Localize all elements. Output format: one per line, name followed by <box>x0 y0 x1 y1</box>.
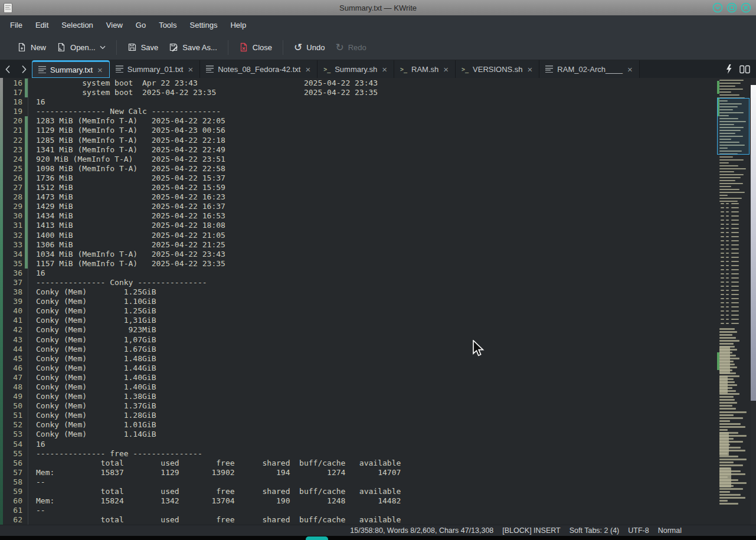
editor-line[interactable]: 55--------------- free --------------- <box>3 449 717 459</box>
editor-line[interactable]: 41Conky (Mem) 1,31GiB <box>3 316 717 325</box>
tab-summary-01-txt[interactable]: Summary_01.txt× <box>110 60 200 78</box>
highlight-mode-status[interactable]: Normal <box>658 526 682 535</box>
editor-line[interactable]: 43Conky (Mem) 1,07GiB <box>3 335 717 345</box>
editor-line[interactable]: 47Conky (Mem) 1.40GiB <box>3 373 717 382</box>
quick-open-icon[interactable] <box>725 64 732 74</box>
panel-task-indicator[interactable] <box>306 536 328 540</box>
tab-scroll-left-button[interactable] <box>0 60 16 78</box>
tab-ram-sh[interactable]: >_RAM.sh× <box>394 60 456 78</box>
editor-line[interactable]: 5416 <box>3 440 717 449</box>
editor-line[interactable]: 311413 MiB 2025-04-22 18:08 <box>3 221 717 230</box>
editor-line[interactable]: 351157 MiB (MemInfo T-A) 2025-04-22 23:3… <box>3 259 717 269</box>
editor-line[interactable]: 261736 MiB 2025-04-22 15:37 <box>3 174 717 183</box>
menu-settings[interactable]: Settings <box>184 18 224 32</box>
scrollbar-thumb[interactable] <box>751 85 756 401</box>
open-button[interactable]: Open... <box>51 39 111 55</box>
minimap-line-blob <box>726 277 729 279</box>
editor-line[interactable]: 60Mem: 15824 1342 13704 190 1248 14482 <box>3 496 717 506</box>
undo-button[interactable]: ↺ Undo <box>289 39 330 55</box>
save-as-button[interactable]: Save As... <box>163 39 222 55</box>
scrollbar-track[interactable] <box>751 78 756 525</box>
editor-line[interactable]: 301434 MiB 2025-04-22 16:53 <box>3 211 717 221</box>
editor-line[interactable]: 17 system boot 2025-04-22 23:35 2025-04-… <box>3 88 717 97</box>
editor-line[interactable]: 62 total used free shared buff/cache ava… <box>3 515 717 525</box>
tab-close-icon[interactable]: × <box>187 65 194 74</box>
editor-line[interactable]: 221285 MiB (MemInfo T-A) 2025-04-22 22:1… <box>3 136 717 145</box>
menu-view[interactable]: View <box>100 18 129 32</box>
tab-close-icon[interactable]: × <box>527 65 534 74</box>
tab-mode-status[interactable]: Soft Tabs: 2 (4) <box>570 526 620 535</box>
tab-close-icon[interactable]: × <box>627 65 633 74</box>
editor-line[interactable]: 39Conky (Mem) 1.10GiB <box>3 297 717 306</box>
tab-ram-02-arch[interactable]: RAM_02-Arch____× <box>539 60 639 78</box>
editor-line[interactable]: 58-- <box>3 477 717 487</box>
close-button[interactable] <box>741 2 751 13</box>
close-document-button[interactable]: Close <box>234 39 277 55</box>
minimap-scrollbar[interactable] <box>717 78 751 525</box>
tab-summary-sh[interactable]: >_Summary.sh× <box>318 60 394 78</box>
maximize-button[interactable] <box>726 2 737 13</box>
menu-edit[interactable]: Edit <box>29 18 55 32</box>
editor-line[interactable]: 44Conky (Mem) 1.67GiB <box>3 345 717 354</box>
menu-tools[interactable]: Tools <box>152 18 183 32</box>
new-button[interactable]: New <box>12 39 51 55</box>
tab-close-icon[interactable]: × <box>443 65 449 74</box>
editor-line[interactable]: 46Conky (Mem) 1.44GiB <box>3 364 717 373</box>
minimap-line-blob <box>719 414 734 416</box>
titlebar[interactable]: Summary.txt — KWrite <box>0 0 756 15</box>
editor-line[interactable]: 40Conky (Mem) 1.25GiB <box>3 306 717 316</box>
chevron-down-icon[interactable] <box>100 45 106 50</box>
editor-line[interactable]: 56 total used free shared buff/cache ava… <box>3 459 717 468</box>
editor-line[interactable]: 3616 <box>3 269 717 278</box>
input-mode-status[interactable]: [BLOCK] INSERT <box>502 526 560 535</box>
editor-line[interactable]: 42Conky (Mem) 923MiB <box>3 325 717 335</box>
editor-line[interactable]: 19--------------- New Calc -------------… <box>3 107 717 116</box>
editor-line[interactable]: 291429 MiB 2025-04-22 16:37 <box>3 202 717 211</box>
minimap-line-blob <box>721 273 724 274</box>
editor-line[interactable]: 49Conky (Mem) 1.38GiB <box>3 392 717 401</box>
save-button[interactable]: Save <box>122 39 164 55</box>
editor-line[interactable]: 251098 MiB (MemInfo T-A) 2025-04-22 22:5… <box>3 164 717 174</box>
editor-line[interactable]: 16 system boot Apr 22 23:43 2025-04-22 2… <box>3 78 717 88</box>
editor-line[interactable]: 24920 MiB (MemInfo T-A) 2025-04-22 23:51 <box>3 155 717 164</box>
editor-line[interactable]: 271512 MiB 2025-04-22 15:59 <box>3 183 717 192</box>
editor-line[interactable]: 341034 MiB (MemInfo T-A) 2025-04-22 23:4… <box>3 250 717 259</box>
tab-close-icon[interactable]: × <box>381 65 388 74</box>
tab-close-icon[interactable]: × <box>97 66 103 74</box>
editor-line[interactable]: 37--------------- Conky --------------- <box>3 278 717 287</box>
editor-line[interactable]: 57Mem: 15837 1129 13902 194 1274 14707 <box>3 468 717 477</box>
menu-help[interactable]: Help <box>224 18 253 32</box>
editor-line[interactable]: 331306 MiB 2025-04-22 21:25 <box>3 240 717 250</box>
tab-summary-txt[interactable]: Summary.txt× <box>32 60 110 78</box>
minimap-viewport[interactable] <box>717 98 750 155</box>
editor-line[interactable]: 201283 MiB (MemInfo T-A) 2025-04-22 22:0… <box>3 116 717 126</box>
editor-line[interactable]: 1816 <box>3 97 717 107</box>
editor-line[interactable]: 281473 MiB 2025-04-22 16:23 <box>3 192 717 202</box>
editor-line[interactable]: 38Conky (Mem) 1.25GiB <box>3 287 717 297</box>
tab-scroll-right-button[interactable] <box>16 60 32 78</box>
redo-button[interactable]: ↻ Redo <box>330 39 371 55</box>
editor-line[interactable]: 321400 MiB 2025-04-22 21:05 <box>3 231 717 240</box>
split-view-icon[interactable] <box>739 65 750 74</box>
editor-line[interactable]: 61-- <box>3 506 717 515</box>
editor-line[interactable]: 211129 MiB (MemInfo T-A) 2025-04-23 00:5… <box>3 126 717 135</box>
minimize-button[interactable] <box>712 2 723 13</box>
editor-line[interactable]: 51Conky (Mem) 1.28GiB <box>3 411 717 420</box>
editor-view[interactable]: 16 system boot Apr 22 23:43 2025-04-22 2… <box>3 78 717 525</box>
editor-line[interactable]: 231341 MiB (MemInfo T-A) 2025-04-22 22:4… <box>3 145 717 155</box>
tab-notes-08-fedora-42-txt[interactable]: Notes_08_Fedora-42.txt× <box>200 60 318 78</box>
tab-close-icon[interactable]: × <box>305 65 311 74</box>
editor-line[interactable]: 59 total used free shared buff/cache ava… <box>3 487 717 496</box>
editor-line[interactable]: 48Conky (Mem) 1.40GiB <box>3 382 717 392</box>
editor-line[interactable]: 53Conky (Mem) 1.14GiB <box>3 430 717 439</box>
editor-line[interactable]: 45Conky (Mem) 1.48GiB <box>3 354 717 364</box>
menu-go[interactable]: Go <box>129 18 152 32</box>
menu-selection[interactable]: Selection <box>55 18 99 32</box>
tab-versions-sh[interactable]: >_VERSIONS.sh× <box>456 60 539 78</box>
editor-line[interactable]: 50Conky (Mem) 1.37GiB <box>3 401 717 411</box>
minimap-line-blob <box>721 323 724 324</box>
cursor-position-status[interactable]: 15/358:80, Words 8/2,608, Chars 47/13,30… <box>350 526 493 535</box>
editor-line[interactable]: 52Conky (Mem) 1.01GiB <box>3 420 717 430</box>
menu-file[interactable]: File <box>4 18 29 32</box>
encoding-status[interactable]: UTF-8 <box>628 526 649 535</box>
